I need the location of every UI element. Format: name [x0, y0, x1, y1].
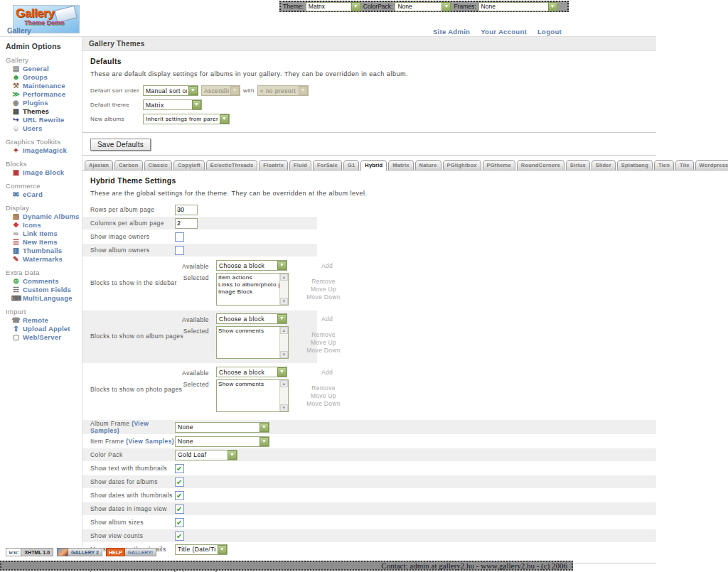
- tab-sirius[interactable]: Sirius: [566, 160, 590, 170]
- scroll-down-icon[interactable]: ▼: [280, 351, 288, 358]
- show-dates-image-checkbox[interactable]: [175, 504, 184, 514]
- sidebar-item-themes[interactable]: ▦Themes: [11, 107, 82, 115]
- sidebar-item-image-block[interactable]: ▣Image Block: [11, 168, 82, 176]
- tab-copyleft[interactable]: Copyleft: [173, 160, 205, 170]
- sidebar-item-watermarks[interactable]: ✎Watermarks: [11, 255, 82, 263]
- tab-g1[interactable]: G1: [343, 160, 359, 170]
- remove-link[interactable]: Remove: [311, 384, 335, 392]
- site-admin-link[interactable]: Site Admin: [433, 28, 470, 36]
- move-down-link[interactable]: Move Down: [306, 400, 341, 407]
- move-down-link[interactable]: Move Down: [306, 347, 341, 354]
- tab-forsale[interactable]: ForSale: [313, 160, 342, 170]
- help-gallery-badge[interactable]: HELP GALLERY!: [106, 548, 156, 556]
- add-link[interactable]: Add: [306, 315, 348, 323]
- tab-floatrix[interactable]: Floatrix: [259, 160, 288, 170]
- tab-wordpressembedded[interactable]: WordpressEmbedded: [695, 160, 728, 170]
- sidebar-item-ecard[interactable]: ✉eCard: [11, 190, 82, 198]
- save-defaults-button[interactable]: Save Defaults: [90, 139, 151, 151]
- tab-splatbang[interactable]: Splatbang: [617, 160, 653, 170]
- blocks-photo-available-select[interactable]: Choose a block ▾: [216, 367, 287, 377]
- tab-tile[interactable]: Tile: [675, 160, 694, 170]
- color-pack-select[interactable]: Gold Leaf ▾: [175, 450, 237, 460]
- rows-per-page-input[interactable]: [175, 205, 198, 215]
- tab-ajaxian[interactable]: Ajaxian: [85, 160, 113, 170]
- scroll-up-icon[interactable]: ▲: [280, 274, 288, 281]
- sidebar-item-new-items[interactable]: ☰New Items: [11, 238, 82, 246]
- sidebar-item-plugins[interactable]: ◉Plugins: [11, 99, 82, 107]
- tab-carbon[interactable]: Carbon: [114, 160, 142, 170]
- tab-roundcorners[interactable]: RoundCorners: [517, 160, 564, 170]
- scroll-down-icon[interactable]: ▼: [280, 404, 288, 411]
- sidebar-item-web-server[interactable]: ▢Web/Server: [11, 333, 82, 341]
- tab-eclecticthreads[interactable]: EclecticThreads: [206, 160, 258, 170]
- tab-fluid[interactable]: Fluid: [289, 160, 311, 170]
- tab-slider[interactable]: Slider: [592, 160, 616, 170]
- sidebar-item-multilanguage[interactable]: ⌨MultiLanguage: [11, 294, 82, 302]
- sidebar-item-imagemagick[interactable]: ✦ImageMagick: [11, 146, 82, 154]
- show-text-thumbs-checkbox[interactable]: [175, 464, 184, 473]
- sidebar-item-dynamic-albums[interactable]: ▧Dynamic Albums: [11, 212, 82, 220]
- listbox-scrollbar[interactable]: ▲ ▼: [279, 380, 288, 411]
- mouseover-select[interactable]: Title (Date/Time) ▾: [175, 544, 228, 555]
- album-frame-select[interactable]: None ▾: [175, 422, 269, 433]
- tab-classic[interactable]: Classic: [144, 160, 173, 170]
- logout-link[interactable]: Logout: [537, 28, 562, 36]
- default-theme-select[interactable]: Matrix ▾: [143, 99, 202, 110]
- remove-link[interactable]: Remove: [311, 331, 335, 338]
- list-option[interactable]: Show comments: [218, 381, 279, 388]
- show-album-owners-checkbox[interactable]: [175, 246, 184, 255]
- view-samples-link[interactable]: (View Samples): [126, 438, 174, 445]
- tab-nature[interactable]: Nature: [415, 160, 441, 170]
- blocks-sidebar-selected-list[interactable]: Item actionsLinks to album/photo peersIm…: [216, 273, 289, 306]
- tab-pglightbox[interactable]: PGlightbox: [443, 160, 481, 170]
- scroll-up-icon[interactable]: ▲: [280, 380, 288, 387]
- add-link[interactable]: Add: [306, 369, 348, 376]
- scroll-up-icon[interactable]: ▲: [280, 327, 288, 334]
- sidebar-item-custom-fields[interactable]: ☷Custom Fields: [11, 286, 82, 293]
- sidebar-item-link-items[interactable]: ∞Link Items: [11, 230, 82, 237]
- add-link[interactable]: Add: [306, 262, 348, 269]
- sidebar-item-thumbnails[interactable]: ▥Thumbnails: [11, 247, 82, 254]
- list-option[interactable]: Item actions: [218, 274, 279, 281]
- blocks-sidebar-available-select[interactable]: Choose a block ▾: [216, 260, 287, 271]
- blocks-album-selected-list[interactable]: Show comments ▲ ▼: [216, 326, 289, 359]
- sort-order-select[interactable]: Manual sort order ▾: [143, 85, 198, 96]
- blocks-album-available-select[interactable]: Choose a block ▾: [216, 313, 287, 324]
- move-down-link[interactable]: Move Down: [306, 293, 341, 301]
- tab-tien[interactable]: Tien: [654, 160, 674, 170]
- show-dates-albums-checkbox[interactable]: [175, 477, 184, 487]
- show-album-sizes-checkbox[interactable]: [175, 518, 184, 527]
- listbox-scrollbar[interactable]: ▲ ▼: [279, 327, 288, 358]
- move-up-link[interactable]: Move Up: [311, 286, 336, 293]
- sidebar-item-remote[interactable]: ☎Remote: [11, 316, 82, 324]
- tab-hybrid[interactable]: Hybrid: [360, 160, 387, 171]
- w3c-xhtml-badge[interactable]: W3C XHTML 1.0: [6, 548, 53, 556]
- show-dates-thumbs-checkbox[interactable]: [175, 491, 184, 500]
- tab-pgtheme[interactable]: PGtheme: [483, 160, 515, 170]
- sidebar-item-performance[interactable]: ≫Performance: [11, 90, 82, 98]
- sidebar-item-url-rewrite[interactable]: ↪URL Rewrite: [11, 116, 82, 124]
- blocks-photo-selected-list[interactable]: Show comments ▲ ▼: [216, 379, 289, 412]
- show-image-owners-checkbox[interactable]: [175, 232, 184, 242]
- move-up-link[interactable]: Move Up: [311, 339, 336, 346]
- sidebar-item-users[interactable]: ☺Users: [11, 124, 82, 132]
- list-option[interactable]: Links to album/photo peers: [218, 281, 279, 288]
- sidebar-item-comments[interactable]: ⊕Comments: [11, 277, 82, 285]
- move-up-link[interactable]: Move Up: [311, 392, 336, 399]
- show-view-counts-checkbox[interactable]: [175, 531, 184, 541]
- tab-matrix[interactable]: Matrix: [388, 160, 413, 170]
- sidebar-item-upload-applet[interactable]: ⇧Upload Applet: [11, 325, 82, 333]
- gallery2-badge[interactable]: GALLERY 2: [57, 548, 102, 556]
- sidebar-item-maintenance[interactable]: ⚒Maintenance: [11, 82, 82, 90]
- item-frame-select[interactable]: None ▾: [175, 436, 269, 447]
- cols-per-page-input[interactable]: [175, 218, 198, 229]
- list-option[interactable]: Image Block: [218, 288, 279, 296]
- sidebar-item-groups[interactable]: ☻Groups: [11, 73, 82, 81]
- remove-link[interactable]: Remove: [311, 278, 335, 285]
- breadcrumb[interactable]: Gallery: [7, 27, 31, 35]
- sidebar-item-icons[interactable]: ❖Icons: [11, 221, 82, 229]
- new-albums-select[interactable]: Inherit settings from parent album ▾: [143, 114, 230, 124]
- list-option[interactable]: Show comments: [218, 328, 279, 335]
- scroll-down-icon[interactable]: ▼: [280, 298, 288, 305]
- your-account-link[interactable]: Your Account: [481, 28, 527, 36]
